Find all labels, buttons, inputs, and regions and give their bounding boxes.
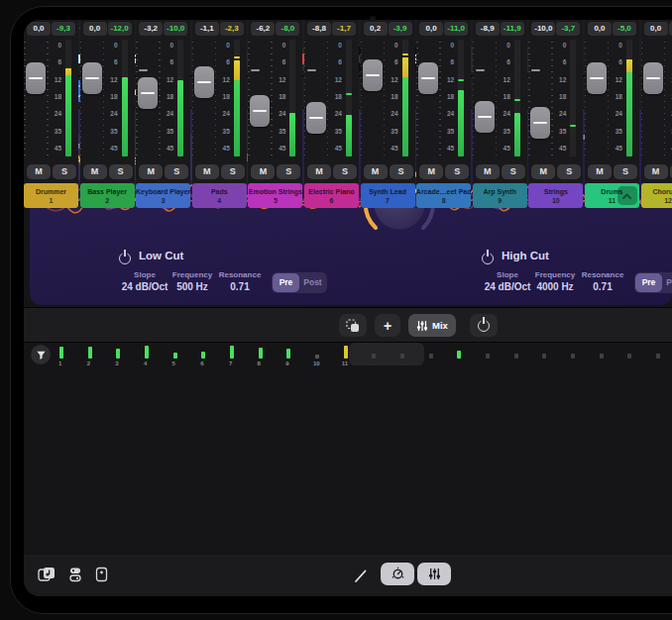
volume-value[interactable]: -8,9 [476,22,500,36]
overview-meter[interactable] [88,347,92,359]
peak-value[interactable]: -10,0 [164,22,187,36]
volume-value[interactable]: -6,2 [251,22,275,36]
track-tile[interactable]: Strings 10 [528,183,583,208]
mute-button[interactable]: M [27,164,51,179]
high-cut-power-button[interactable] [482,251,494,268]
track-tile[interactable]: Bass Player 2 [80,183,135,208]
peak-value[interactable] [669,22,672,36]
overview-meter[interactable] [627,354,631,359]
track-tile[interactable]: Electric Piano 6 [304,183,359,208]
peak-value[interactable]: -5,0 [613,22,636,36]
overview-meter[interactable] [571,354,575,359]
solo-button[interactable]: S [221,164,245,179]
overview-meter[interactable] [259,348,263,359]
overview-meter[interactable] [457,351,461,359]
solo-button[interactable]: S [557,164,581,179]
controller-button[interactable] [95,567,108,586]
overview-meter[interactable] [173,353,177,359]
mix-view-button[interactable]: Mix [408,314,456,337]
track-tile[interactable]: Pads 4 [192,183,247,208]
mute-button[interactable]: M [83,164,107,179]
low-cut-power-button[interactable] [119,251,131,268]
pre-option[interactable]: Pre [273,273,299,292]
low-cut-pre-post-toggle[interactable]: Pre Post [272,272,327,293]
overview-meter[interactable] [230,346,234,359]
loop-browser-button[interactable] [38,567,56,586]
peak-value[interactable]: -1,7 [332,22,356,36]
solo-button[interactable]: S [165,164,188,179]
high-cut-pre-post-toggle[interactable]: Pre Post [634,272,672,293]
track-tile[interactable]: Arp Synth 9 [473,183,527,208]
overview-meter[interactable] [286,349,290,359]
volume-value[interactable]: -8,8 [307,22,331,36]
fader-handle[interactable] [306,102,326,134]
track-tile[interactable]: Arcade…eet Pad 8 [416,183,471,208]
overview-meter[interactable] [429,354,433,359]
fader-handle[interactable] [194,66,214,98]
post-option[interactable]: Post [299,273,326,292]
solo-button[interactable]: S [109,164,133,179]
filter-button[interactable] [31,345,51,364]
fader-handle[interactable] [138,77,158,109]
peak-value[interactable]: -8,0 [276,22,299,36]
track-tile[interactable]: Drummer 1 [24,183,78,208]
solo-button[interactable]: S [445,164,469,179]
peak-value[interactable]: -12,0 [108,22,132,36]
overview-meter[interactable] [315,355,319,359]
overview-meter[interactable] [600,354,604,359]
mute-button[interactable]: M [644,164,668,179]
post-option[interactable]: Post [662,273,672,292]
mute-button[interactable]: M [588,164,612,179]
peak-value[interactable]: -9,3 [52,22,75,36]
mute-button[interactable]: M [195,164,219,179]
fader-handle[interactable] [643,62,663,94]
pencil-tool-button[interactable] [353,568,369,588]
overview-meter[interactable] [116,349,120,359]
overview-meter[interactable] [145,346,149,359]
overview-meter[interactable] [201,352,205,359]
fader-handle[interactable] [530,107,550,139]
fader-handle[interactable] [250,95,270,127]
solo-button[interactable]: S [277,164,300,179]
high-cut-resonance[interactable]: Resonance 0.71 [573,270,632,292]
volume-value[interactable]: -3,2 [139,22,163,36]
mute-button[interactable]: M [419,164,443,179]
fader-view-button[interactable] [417,563,451,585]
overview-meter[interactable] [372,354,376,359]
solo-button[interactable]: S [390,164,413,179]
track-tile[interactable]: Synth Lead 7 [361,183,415,208]
fader-handle[interactable] [363,59,383,91]
peak-value[interactable]: -11,9 [501,22,524,36]
solo-button[interactable]: S [502,164,525,179]
volume-value[interactable]: 0,0 [83,22,107,36]
solo-button[interactable]: S [333,164,357,179]
mute-button[interactable]: M [364,164,388,179]
pre-option[interactable]: Pre [635,273,662,292]
fader-handle[interactable] [26,62,46,94]
volume-value[interactable]: -10,0 [531,22,555,36]
knob-view-button[interactable] [381,563,414,585]
solo-button[interactable]: S [614,164,637,179]
duplicate-button[interactable] [339,314,367,337]
mute-button[interactable]: M [531,164,555,179]
volume-value[interactable]: -1,1 [195,22,219,36]
overview-meter[interactable] [656,354,660,359]
fader-handle[interactable] [587,62,607,94]
fader-handle[interactable] [82,62,102,94]
peak-value[interactable]: -3,7 [556,22,580,36]
peak-value[interactable]: -3,9 [389,22,412,36]
fader-handle[interactable] [418,62,438,94]
low-cut-resonance[interactable]: Resonance 0.71 [210,270,270,292]
collapse-strip-button[interactable] [617,186,637,205]
overview-meter[interactable] [542,354,546,359]
peak-value[interactable]: -2,3 [220,22,244,36]
volume-value[interactable]: 0,2 [364,22,388,36]
volume-value[interactable]: 0,0 [588,22,612,36]
mute-button[interactable]: M [139,164,163,179]
add-plugin-button[interactable]: + [375,314,400,337]
solo-button[interactable]: S [53,164,76,179]
volume-value[interactable]: 0,0 [644,22,668,36]
browser-button[interactable] [67,567,83,586]
overview-meter[interactable] [486,354,490,359]
mixer-power-button[interactable] [470,314,498,337]
